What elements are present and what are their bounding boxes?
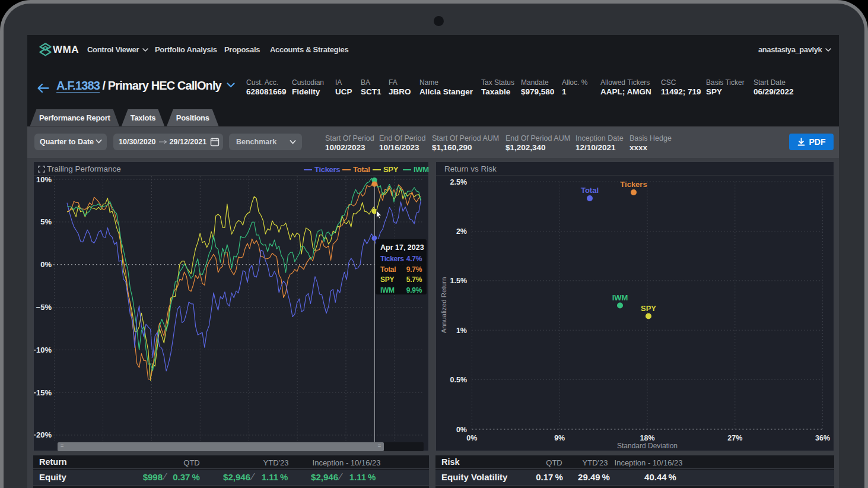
svg-text:SPY: SPY	[641, 304, 656, 313]
svg-text:−10%: −10%	[34, 346, 52, 354]
svg-text:−20%: −20%	[34, 430, 52, 439]
svg-text:27%: 27%	[727, 434, 742, 442]
svg-text:Standard Deviation: Standard Deviation	[617, 442, 678, 450]
svg-text:Tickers: Tickers	[620, 180, 647, 189]
svg-text:36%: 36%	[815, 434, 830, 442]
svg-text:IWM: IWM	[612, 293, 628, 302]
svg-text:9%: 9%	[554, 434, 565, 442]
svg-text:1.5%: 1.5%	[450, 277, 468, 285]
svg-text:2%: 2%	[456, 227, 467, 236]
svg-text:1%: 1%	[456, 327, 467, 335]
svg-text:18%: 18%	[640, 434, 654, 442]
svg-text:2.5%: 2.5%	[450, 178, 468, 186]
svg-text:0%: 0%	[466, 434, 477, 442]
svg-text:Annualized Return: Annualized Return	[440, 277, 447, 334]
svg-text:5%: 5%	[40, 217, 52, 226]
svg-text:0.5%: 0.5%	[450, 376, 468, 384]
svg-text:−5%: −5%	[36, 303, 52, 312]
svg-text:0%: 0%	[40, 260, 52, 269]
svg-text:0%: 0%	[456, 426, 467, 434]
svg-text:Total: Total	[581, 186, 599, 195]
svg-text:−15%: −15%	[34, 388, 52, 397]
svg-text:10%: 10%	[36, 175, 52, 184]
